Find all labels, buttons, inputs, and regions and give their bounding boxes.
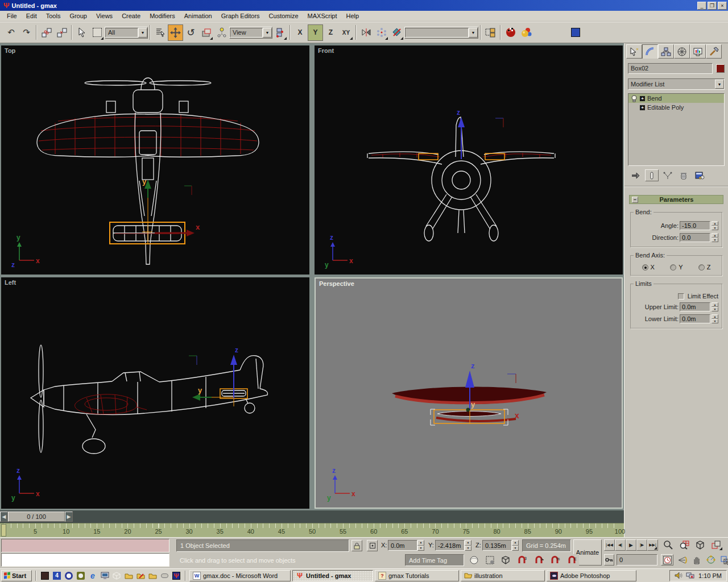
task-gmax[interactable]: Ψ Untitled - gmax — [292, 570, 373, 581]
y-coordinate-field[interactable]: -2.418m — [435, 540, 465, 551]
tab-display[interactable] — [690, 44, 706, 59]
bend-axis-x-option[interactable]: X — [642, 264, 655, 271]
select-object-button[interactable] — [74, 24, 89, 41]
quicklaunch-folder-icon[interactable] — [123, 571, 134, 581]
spinner-down-icon[interactable]: ▼ — [712, 226, 718, 230]
lower-limit-field[interactable]: 0.0m — [680, 314, 710, 323]
bend-axis-y-option[interactable]: Y — [670, 264, 682, 271]
upper-limit-field[interactable]: 0.0m — [680, 302, 710, 311]
menu-views[interactable]: Views — [92, 11, 117, 20]
title-bar[interactable]: Ψ Untitled - gmax _ ❐ × — [0, 0, 728, 11]
spinner-snap-toggle-button[interactable]: E — [565, 554, 579, 566]
zoom-extents-button[interactable] — [693, 539, 708, 551]
expand-icon[interactable]: + — [640, 105, 645, 110]
quicklaunch-my-computer-icon[interactable] — [100, 571, 110, 581]
restrict-y-button[interactable]: Y — [308, 24, 323, 41]
pan-view-button[interactable] — [690, 554, 703, 566]
select-and-move-button[interactable] — [168, 24, 183, 41]
z-spinner[interactable]: ▲▼ — [512, 540, 519, 551]
selection-filter-dropdown[interactable]: All ▼ — [105, 27, 148, 39]
quicklaunch-folder2-icon[interactable] — [147, 571, 158, 581]
quicklaunch-clock-icon[interactable] — [76, 571, 86, 581]
start-button[interactable]: Start — [1, 570, 32, 581]
array-button[interactable] — [374, 24, 389, 41]
spinner-down-icon[interactable]: ▼ — [712, 238, 718, 242]
viewport-left[interactable]: Left — [1, 277, 309, 509]
trackbar-frame-marker[interactable] — [1, 524, 6, 537]
menu-file[interactable]: File — [2, 11, 22, 20]
tab-motion[interactable] — [674, 44, 690, 59]
object-name-field[interactable]: Box02 — [628, 63, 713, 74]
dropdown-arrow-icon[interactable]: ▼ — [715, 80, 724, 89]
select-by-name-button[interactable] — [152, 24, 168, 41]
arc-rotate-button[interactable] — [704, 554, 717, 566]
redo-button[interactable]: ↷ — [19, 24, 34, 41]
maxscript-mini-listener-pink[interactable] — [1, 539, 169, 552]
current-frame-field[interactable]: 0 — [617, 554, 657, 566]
menu-modifiers[interactable]: Modifiers — [145, 11, 180, 20]
radio-z[interactable] — [698, 264, 705, 271]
radio-y[interactable] — [670, 264, 676, 271]
menu-create[interactable]: Create — [117, 11, 145, 20]
menu-customize[interactable]: Customize — [264, 11, 303, 20]
undo-button[interactable]: ↶ — [3, 24, 19, 41]
render-scene-button[interactable] — [503, 24, 518, 41]
set-key-button[interactable] — [604, 554, 614, 566]
viewport-top[interactable]: Top — [1, 45, 309, 275]
quicklaunch-internet-explorer-icon[interactable]: e — [88, 571, 98, 581]
make-unique-button[interactable] — [661, 169, 675, 181]
tailplane-mesh[interactable] — [431, 409, 516, 425]
angle-field[interactable]: -15.0 — [680, 221, 710, 230]
restrict-xy-plane-button[interactable]: XY — [338, 24, 354, 41]
dropdown-arrow-icon[interactable]: ▼ — [138, 28, 147, 38]
select-and-rotate-button[interactable]: ↺ — [183, 24, 198, 41]
spinner-up-icon[interactable]: ▲ — [712, 233, 718, 238]
zoom-button[interactable] — [661, 539, 676, 551]
time-slider-next-button[interactable]: ▶ — [65, 512, 73, 522]
quicklaunch-folder-edit-icon[interactable] — [135, 571, 146, 581]
tab-utilities[interactable] — [706, 44, 722, 59]
limit-effect-checkbox[interactable] — [678, 293, 684, 300]
manipulate-button[interactable] — [214, 24, 229, 41]
spinner-up-icon[interactable]: ▲ — [712, 221, 718, 226]
layer-manager-button[interactable] — [483, 24, 498, 41]
tab-hierarchy[interactable] — [658, 44, 674, 59]
parameters-rollout-header[interactable]: − Parameters — [629, 195, 723, 204]
viewport-perspective-label[interactable]: Perspective — [319, 280, 354, 287]
viewport-left-label[interactable]: Left — [5, 279, 16, 286]
clock[interactable]: 1:10 PM — [698, 572, 722, 579]
field-of-view-button[interactable] — [676, 554, 689, 566]
tab-modify[interactable] — [642, 44, 658, 59]
crossing-window-toggle-button[interactable] — [499, 554, 512, 566]
expand-icon[interactable]: + — [640, 96, 645, 101]
previous-frame-button[interactable]: ◀| — [615, 539, 626, 551]
viewport-front[interactable]: Front — [315, 45, 623, 275]
viewport-perspective[interactable]: Perspective z y x — [315, 277, 623, 509]
task-photoshop[interactable]: Adobe Photoshop — [547, 570, 636, 581]
select-and-link-button[interactable] — [39, 24, 54, 41]
dropdown-arrow-icon[interactable]: ▼ — [469, 28, 478, 38]
close-button[interactable]: × — [718, 2, 727, 10]
material-editor-button[interactable] — [518, 24, 533, 41]
time-configuration-button[interactable] — [661, 554, 673, 566]
viewport-top-label[interactable]: Top — [5, 47, 15, 54]
percent-snap-toggle-button[interactable]: % — [548, 554, 562, 566]
stack-item-editable-poly[interactable]: + Editable Poly — [628, 103, 724, 112]
restrict-x-button[interactable]: X — [292, 24, 308, 41]
network-offline-icon[interactable]: × — [686, 572, 695, 579]
spinner-down-icon[interactable]: ▼ — [712, 319, 718, 323]
quicklaunch-app4-icon[interactable]: 4 — [52, 571, 62, 581]
stack-item-bend[interactable]: + Bend — [628, 94, 724, 103]
object-color-swatch[interactable] — [716, 64, 725, 73]
task-gmax-tutorials[interactable]: ? gmax Tutorials — [375, 570, 459, 581]
dropdown-arrow-icon[interactable]: ▼ — [263, 28, 272, 38]
zoom-all-button[interactable] — [677, 539, 692, 551]
absolute-offset-toggle-button[interactable] — [367, 540, 378, 551]
radio-x[interactable] — [642, 264, 648, 271]
go-to-start-button[interactable]: |◀◀ — [604, 539, 615, 551]
menu-tools[interactable]: Tools — [42, 11, 65, 20]
quicklaunch-photoshop-icon[interactable] — [40, 571, 50, 581]
spinner-up-icon[interactable]: ▲ — [712, 314, 718, 319]
quicklaunch-opera-icon[interactable] — [64, 571, 74, 581]
minimize-button[interactable]: _ — [697, 2, 706, 10]
